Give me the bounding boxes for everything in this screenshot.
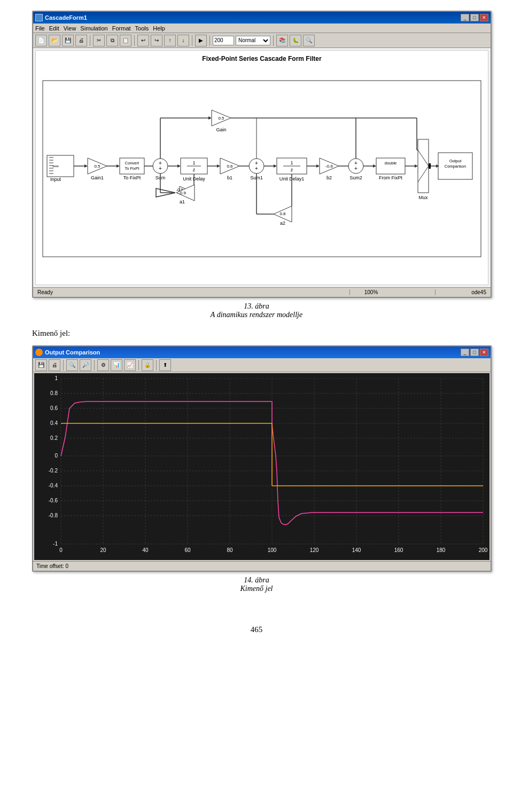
print-button[interactable]: 🖨 bbox=[75, 35, 87, 46]
out-sep4 bbox=[156, 360, 157, 370]
svg-text:100: 100 bbox=[268, 547, 277, 553]
menu-simulation[interactable]: Simulation bbox=[80, 25, 107, 31]
status-percent-text: 100% bbox=[349, 289, 392, 295]
figure14-text: Kimenő jel bbox=[240, 585, 273, 593]
toolbar-sep1 bbox=[90, 35, 90, 46]
copy-button[interactable]: ⧉ bbox=[106, 35, 118, 46]
out-settings-button[interactable]: ⬆ bbox=[159, 359, 171, 371]
window-controls: _ □ ✕ bbox=[461, 14, 488, 21]
out-save-button[interactable]: 💾 bbox=[35, 359, 47, 371]
figure13-number: 13. ábra bbox=[244, 302, 269, 310]
zoom-button[interactable]: 🔍 bbox=[303, 35, 315, 46]
svg-text:60: 60 bbox=[184, 547, 191, 553]
status-ode-text: ode45 bbox=[435, 289, 488, 295]
debug-button[interactable]: 🐛 bbox=[290, 35, 301, 46]
svg-text:-0.6: -0.6 bbox=[325, 164, 333, 169]
out-zoom-out-button[interactable]: 🔎 bbox=[80, 359, 91, 371]
out-sep1 bbox=[63, 360, 64, 370]
svg-text:Gain1: Gain1 bbox=[91, 175, 104, 180]
svg-text:To FixPt: To FixPt bbox=[125, 166, 139, 171]
cut-button[interactable]: ✂ bbox=[93, 35, 105, 46]
svg-text:160: 160 bbox=[394, 547, 403, 553]
section-heading: Kimenő jel: bbox=[32, 329, 481, 338]
toolbar-sep3 bbox=[192, 35, 192, 46]
menu-view[interactable]: View bbox=[64, 25, 76, 31]
open-button[interactable]: 📂 bbox=[49, 35, 60, 46]
svg-text:20: 20 bbox=[100, 547, 106, 553]
menu-help[interactable]: Help bbox=[153, 25, 165, 31]
simulink-window: CascadeForm1 _ □ ✕ File Edit View Simula… bbox=[32, 11, 492, 298]
up-button[interactable]: ↑ bbox=[164, 35, 176, 46]
svg-text:Gain: Gain bbox=[216, 127, 226, 132]
window-title-text: CascadeForm1 bbox=[45, 14, 87, 21]
simulink-icon bbox=[35, 14, 43, 21]
out-minimize-button[interactable]: _ bbox=[461, 349, 469, 356]
undo-button[interactable]: ↩ bbox=[137, 35, 149, 46]
menu-tools[interactable]: Tools bbox=[135, 25, 149, 31]
svg-text:Output: Output bbox=[449, 159, 462, 163]
svg-text:0.8: 0.8 bbox=[50, 390, 58, 396]
output-comparison-window: Output Comparison _ □ ✕ 💾 🖨 🔍 🔎 ⚙ 📊 📈 🔒 … bbox=[32, 345, 492, 572]
out-close-button[interactable]: ✕ bbox=[480, 349, 488, 356]
svg-text:+: + bbox=[159, 165, 162, 171]
svg-text:z: z bbox=[291, 167, 293, 172]
svg-text:0.5: 0.5 bbox=[94, 164, 100, 169]
svg-text:0.6: 0.6 bbox=[227, 164, 233, 169]
svg-text:b2: b2 bbox=[327, 175, 332, 180]
svg-text:Input: Input bbox=[50, 177, 61, 182]
out-find-button[interactable]: ⚙ bbox=[97, 359, 109, 371]
simulink-statusbar: Ready 100% ode45 bbox=[33, 287, 491, 297]
svg-text:Sum2: Sum2 bbox=[349, 175, 362, 180]
redo-button[interactable]: ↪ bbox=[151, 35, 162, 46]
svg-text:180: 180 bbox=[437, 547, 446, 553]
svg-text:0.8: 0.8 bbox=[279, 211, 286, 216]
minimize-button[interactable]: _ bbox=[461, 14, 469, 21]
svg-text:+: + bbox=[354, 165, 357, 171]
svg-text:a2: a2 bbox=[280, 220, 285, 226]
svg-text:0.6: 0.6 bbox=[50, 405, 58, 411]
paste-button[interactable]: 📋 bbox=[120, 35, 131, 46]
output-chart: 1 0.8 0.6 0.4 0.2 0 -0.2 -0.4 -0.6 -0.8 … bbox=[34, 373, 489, 558]
svg-text:b1: b1 bbox=[227, 175, 232, 180]
out-sep2 bbox=[94, 360, 95, 370]
out-axes-button[interactable]: 📈 bbox=[124, 359, 136, 371]
out-lock-button[interactable]: 🔒 bbox=[142, 359, 153, 371]
run-button[interactable]: ▶ bbox=[195, 35, 207, 46]
svg-text:0: 0 bbox=[59, 547, 63, 553]
figure13-text: A dinamikus rendszer modellje bbox=[211, 311, 302, 319]
lib-button[interactable]: 📚 bbox=[276, 35, 288, 46]
simulink-canvas: Fixed-Point Series Cascade Form Filter ∞… bbox=[35, 50, 488, 285]
save-button[interactable]: 💾 bbox=[62, 35, 74, 46]
svg-text:0.4: 0.4 bbox=[50, 420, 58, 426]
menu-file[interactable]: File bbox=[35, 25, 45, 31]
svg-text:0: 0 bbox=[55, 453, 58, 459]
output-title: Output Comparison bbox=[35, 349, 100, 356]
out-data-button[interactable]: 📊 bbox=[111, 359, 122, 371]
output-title-text: Output Comparison bbox=[45, 349, 100, 356]
chart-area: 1 0.8 0.6 0.4 0.2 0 -0.2 -0.4 -0.6 -0.8 … bbox=[34, 373, 489, 560]
svg-text:-1: -1 bbox=[53, 541, 58, 547]
svg-text:Comparison: Comparison bbox=[445, 164, 466, 169]
out-sep3 bbox=[138, 360, 139, 370]
svg-text:Convert: Convert bbox=[125, 161, 139, 165]
svg-text:120: 120 bbox=[310, 547, 319, 553]
time-offset-text: Time offset: 0 bbox=[36, 563, 68, 569]
out-maximize-button[interactable]: □ bbox=[470, 349, 479, 356]
menu-format[interactable]: Format bbox=[112, 25, 131, 31]
simulink-menubar: File Edit View Simulation Format Tools H… bbox=[33, 23, 491, 33]
svg-text:40: 40 bbox=[142, 547, 149, 553]
svg-text:-0.2: -0.2 bbox=[49, 468, 58, 474]
simulation-time-input[interactable] bbox=[213, 36, 234, 45]
down-button[interactable]: ↓ bbox=[177, 35, 189, 46]
close-button[interactable]: ✕ bbox=[480, 14, 488, 21]
new-button[interactable]: 📄 bbox=[35, 35, 47, 46]
svg-text:140: 140 bbox=[352, 547, 361, 553]
svg-text:200: 200 bbox=[479, 547, 488, 553]
out-zoom-in-button[interactable]: 🔍 bbox=[66, 359, 78, 371]
maximize-button[interactable]: □ bbox=[470, 14, 479, 21]
simulation-mode-select[interactable]: Normal bbox=[236, 36, 270, 45]
toolbar-sep4 bbox=[209, 35, 210, 46]
svg-text:∞∞: ∞∞ bbox=[52, 164, 59, 169]
menu-edit[interactable]: Edit bbox=[49, 25, 59, 31]
out-print-button[interactable]: 🖨 bbox=[49, 359, 60, 371]
